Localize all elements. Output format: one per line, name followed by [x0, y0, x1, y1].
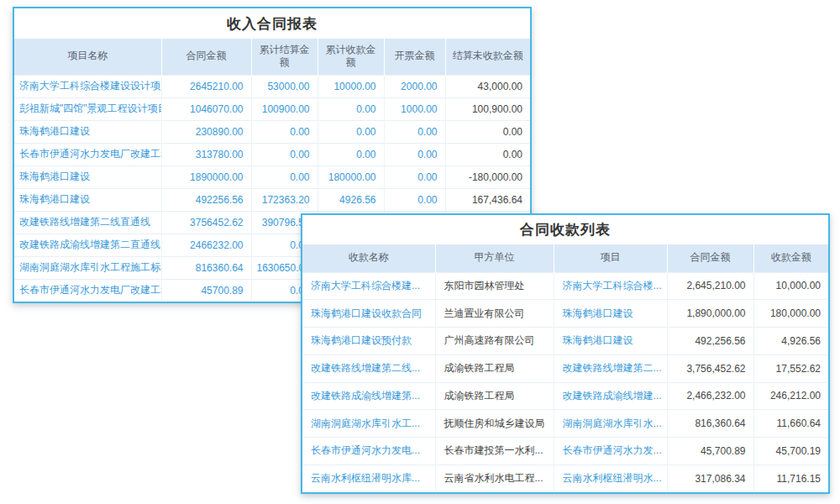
table-row: 珠海鹤港口建设230890.000.000.000.000.00 [14, 120, 530, 143]
cell-project-link[interactable]: 改建铁路成渝线增建... [554, 382, 667, 410]
col-header-contract-amount: 合同金额 [161, 39, 251, 75]
cell-project-name-link[interactable]: 珠海鹤港口建设 [14, 165, 161, 188]
cell-receipt-name-link[interactable]: 济南大学工科综合楼建... [302, 272, 435, 300]
cell-contract-amount[interactable]: 230890.00 [161, 120, 251, 143]
cell-receipt-name-link[interactable]: 珠海鹤港口建设预付款 [302, 328, 435, 355]
cell-cum-settlement-amount[interactable]: 0.00 [251, 165, 318, 188]
cell-party-a-unit: 成渝铁路工程局 [435, 354, 554, 382]
cell-receipt-amount: 4,926.56 [753, 328, 828, 355]
cell-party-a-unit: 兰迪置业有限公司 [435, 300, 554, 328]
cell-invoiced-amount[interactable]: 0.00 [384, 143, 445, 165]
cell-project-name-link[interactable]: 彭祖新城"四馆"景观工程设计项目 [14, 97, 161, 120]
receipt-list-table: 收款名称 甲方单位 项目 合同金额 收款金额 济南大学工科综合楼建...东阳市园… [302, 244, 828, 492]
cell-contract-amount[interactable]: 492256.56 [161, 188, 251, 211]
cell-receipt-name-link[interactable]: 改建铁路线增建第二线... [302, 354, 435, 382]
cell-project-name-link[interactable]: 济南大学工科综合楼建设设计项目 [14, 75, 161, 97]
cell-contract-amount: 45,700.89 [667, 438, 753, 465]
cell-cum-settlement-amount[interactable]: 0.00 [251, 143, 318, 165]
col-header-invoiced-amount: 开票金额 [384, 39, 445, 75]
col-header-receipt-amount: 收款金额 [753, 244, 828, 272]
cell-cum-receipt-amount[interactable]: 180000.00 [318, 165, 384, 188]
cell-receipt-amount: 45,700.19 [753, 438, 828, 465]
table-row: 珠海鹤港口建设492256.56172363.204926.560.00167,… [14, 188, 530, 211]
cell-cum-receipt-amount[interactable]: 4926.56 [318, 188, 384, 211]
cell-cum-receipt-amount[interactable]: 0.00 [318, 120, 384, 143]
col-header-party-a-unit: 甲方单位 [435, 244, 554, 272]
cell-project-name-link[interactable]: 长春市伊通河水力发电厂改建工程 [14, 279, 161, 302]
cell-project-link[interactable]: 云南水利枢纽潜明水... [554, 465, 667, 492]
cell-contract-amount: 2,645,210.00 [667, 272, 753, 300]
cell-project-link[interactable]: 湖南洞庭湖水库引水... [554, 410, 667, 438]
cell-cum-receipt-amount[interactable]: 10000.00 [318, 75, 384, 97]
cell-cum-settlement-amount[interactable]: 0.00 [251, 120, 318, 143]
table-row: 改建铁路成渝线增建第...成渝铁路工程局改建铁路成渝线增建...2,466,23… [302, 382, 828, 410]
cell-project-link[interactable]: 改建铁路线增建第二... [554, 354, 667, 382]
cell-invoiced-amount[interactable]: 0.00 [384, 165, 445, 188]
contract-receipt-list-panel: 合同收款列表 收款名称 甲方单位 项目 合同金额 收款金额 济南大学工科综合楼建… [301, 213, 830, 494]
col-header-cum-receipt-amount: 累计收款金额 [318, 39, 384, 75]
income-report-header-row: 项目名称 合同金额 累计结算金额 累计收款金额 开票金额 结算未收款金额 [14, 39, 530, 75]
table-row: 云南水利枢纽潜明水库...云南省水利水电工程...云南水利枢纽潜明水...317… [302, 465, 828, 492]
receipt-list-title: 合同收款列表 [302, 215, 828, 244]
cell-receipt-name-link[interactable]: 珠海鹤港口建设收款合同 [302, 300, 435, 328]
cell-contract-amount[interactable]: 2645210.00 [161, 75, 251, 97]
cell-receipt-amount: 246,212.00 [753, 382, 828, 410]
cell-project-name-link[interactable]: 珠海鹤港口建设 [14, 188, 161, 211]
cell-cum-receipt-amount[interactable]: 0.00 [318, 143, 384, 165]
cell-party-a-unit: 抚顺住房和城乡建设局 [435, 410, 554, 438]
receipt-list-header-row: 收款名称 甲方单位 项目 合同金额 收款金额 [302, 244, 828, 272]
cell-receipt-name-link[interactable]: 改建铁路成渝线增建第... [302, 382, 435, 410]
cell-contract-amount[interactable]: 1890000.00 [161, 165, 251, 188]
cell-project-link[interactable]: 济南大学工科综合楼... [554, 272, 667, 300]
cell-invoiced-amount[interactable]: 0.00 [384, 120, 445, 143]
cell-contract-amount[interactable]: 313780.00 [161, 143, 251, 165]
cell-settled-unreceived-amount: -180,000.00 [445, 165, 530, 188]
cell-project-link[interactable]: 珠海鹤港口建设 [554, 328, 667, 355]
receipt-list-body: 济南大学工科综合楼建...东阳市园林管理处济南大学工科综合楼...2,645,2… [302, 272, 828, 492]
cell-contract-amount: 3,756,452.62 [667, 354, 753, 382]
table-row: 彭祖新城"四馆"景观工程设计项目1046070.00100900.000.001… [14, 97, 530, 120]
cell-cum-receipt-amount[interactable]: 0.00 [318, 97, 384, 120]
cell-settled-unreceived-amount: 43,000.00 [445, 75, 530, 97]
cell-project-name-link[interactable]: 改建铁路线增建第二线直通线 [14, 211, 161, 234]
table-row: 长春市伊通河水力发电厂改建工程313780.000.000.000.000.00 [14, 143, 530, 165]
cell-party-a-unit: 长春市建投第一水利... [435, 438, 554, 465]
cell-cum-settlement-amount[interactable]: 172363.20 [251, 188, 318, 211]
cell-settled-unreceived-amount: 100,900.00 [445, 97, 530, 120]
cell-invoiced-amount[interactable]: 0.00 [384, 188, 445, 211]
cell-settled-unreceived-amount: 0.00 [445, 120, 530, 143]
cell-receipt-amount: 11,660.64 [753, 410, 828, 438]
cell-contract-amount: 492,256.56 [667, 328, 753, 355]
cell-receipt-name-link[interactable]: 云南水利枢纽潜明水库... [302, 465, 435, 492]
cell-cum-settlement-amount[interactable]: 100900.00 [251, 97, 318, 120]
cell-cum-settlement-amount[interactable]: 53000.00 [251, 75, 318, 97]
cell-project-link[interactable]: 珠海鹤港口建设 [554, 300, 667, 328]
table-row: 湖南洞庭湖水库引水工...抚顺住房和城乡建设局湖南洞庭湖水库引水...816,3… [302, 410, 828, 438]
cell-contract-amount[interactable]: 2466232.00 [161, 234, 251, 256]
cell-project-name-link[interactable]: 改建铁路成渝线增建第二直通线 [14, 234, 161, 256]
cell-settled-unreceived-amount: 167,436.64 [445, 188, 530, 211]
cell-contract-amount[interactable]: 816360.64 [161, 256, 251, 279]
cell-invoiced-amount[interactable]: 1000.00 [384, 97, 445, 120]
cell-receipt-amount: 180,000.00 [753, 300, 828, 328]
cell-invoiced-amount[interactable]: 2000.00 [384, 75, 445, 97]
cell-receipt-name-link[interactable]: 湖南洞庭湖水库引水工... [302, 410, 435, 438]
table-row: 长春市伊通河水力发电...长春市建投第一水利...长春市伊通河水力发...45,… [302, 438, 828, 465]
cell-contract-amount[interactable]: 1046070.00 [161, 97, 251, 120]
cell-project-link[interactable]: 长春市伊通河水力发... [554, 438, 667, 465]
cell-contract-amount[interactable]: 3756452.62 [161, 211, 251, 234]
col-header-project: 项目 [554, 244, 667, 272]
cell-party-a-unit: 成渝铁路工程局 [435, 382, 554, 410]
table-row: 珠海鹤港口建设1890000.000.00180000.000.00-180,0… [14, 165, 530, 188]
cell-project-name-link[interactable]: 长春市伊通河水力发电厂改建工程 [14, 143, 161, 165]
cell-project-name-link[interactable]: 湖南洞庭湖水库引水工程施工标段 [14, 256, 161, 279]
cell-receipt-name-link[interactable]: 长春市伊通河水力发电... [302, 438, 435, 465]
cell-contract-amount: 2,466,232.00 [667, 382, 753, 410]
cell-project-name-link[interactable]: 珠海鹤港口建设 [14, 120, 161, 143]
cell-contract-amount[interactable]: 45700.89 [161, 279, 251, 302]
col-header-cum-settlement-amount: 累计结算金额 [251, 39, 318, 75]
cell-contract-amount: 1,890,000.00 [667, 300, 753, 328]
table-row: 改建铁路线增建第二线...成渝铁路工程局改建铁路线增建第二...3,756,45… [302, 354, 828, 382]
table-row: 济南大学工科综合楼建设设计项目2645210.0053000.0010000.0… [14, 75, 530, 97]
cell-settled-unreceived-amount: 0.00 [445, 143, 530, 165]
